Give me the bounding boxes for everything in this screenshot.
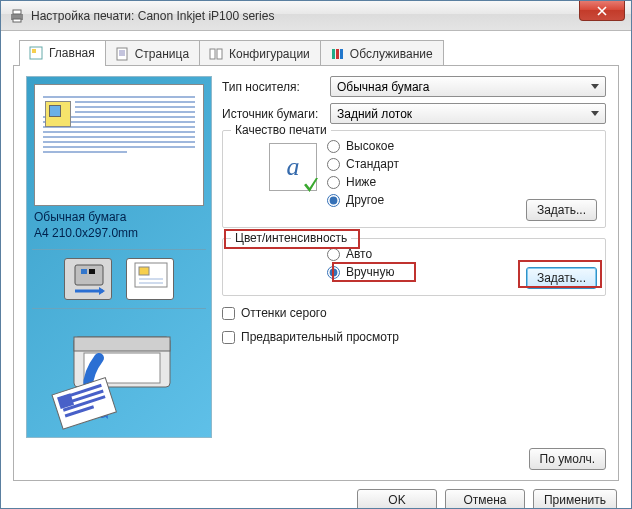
svg-rect-12 — [81, 269, 87, 274]
ok-button[interactable]: OK — [357, 489, 437, 509]
quality-radio-high[interactable]: Высокое — [327, 139, 597, 153]
preview-media-text: Обычная бумага — [34, 210, 204, 226]
tab-content-main: Обычная бумага A4 210.0x297.0mm — [13, 65, 619, 481]
preview-mode-icon-2 — [126, 258, 174, 300]
quality-set-button[interactable]: Задать... — [526, 199, 597, 221]
color-set-button[interactable]: Задать... — [526, 267, 597, 289]
svg-rect-15 — [139, 267, 149, 275]
quality-legend: Качество печати — [231, 123, 331, 137]
tab-main-label: Главная — [49, 46, 95, 60]
quality-radio-standard[interactable]: Стандарт — [327, 157, 597, 171]
svg-rect-6 — [210, 49, 215, 59]
tab-config[interactable]: Конфигурации — [199, 40, 321, 66]
svg-rect-2 — [13, 19, 21, 22]
cancel-button[interactable]: Отмена — [445, 489, 525, 509]
close-icon — [597, 6, 607, 16]
preview-checkbox[interactable]: Предварительный просмотр — [222, 330, 606, 344]
svg-rect-7 — [217, 49, 222, 59]
controls-column: Тип носителя: Обычная бумага Источник бу… — [222, 76, 606, 438]
defaults-button[interactable]: По умолч. — [529, 448, 606, 470]
paper-source-select[interactable]: Задний лоток — [330, 103, 606, 124]
preview-caption: Обычная бумага A4 210.0x297.0mm — [34, 210, 204, 241]
svg-rect-1 — [13, 10, 21, 14]
grayscale-checkbox[interactable]: Оттенки серого — [222, 306, 606, 320]
preview-column: Обычная бумага A4 210.0x297.0mm — [26, 76, 212, 438]
chevron-down-icon — [591, 84, 599, 89]
chevron-down-icon — [591, 111, 599, 116]
tab-maint-icon — [329, 46, 345, 62]
quality-radio-low[interactable]: Ниже — [327, 175, 597, 189]
tab-page[interactable]: Страница — [105, 40, 200, 66]
window-title: Настройка печати: Canon Inkjet iP100 ser… — [31, 9, 631, 23]
color-group: Цвет/интенсивность Авто Вручную Задать..… — [222, 238, 606, 296]
svg-rect-13 — [89, 269, 95, 274]
preview-paper — [34, 84, 204, 206]
tab-page-label: Страница — [135, 47, 189, 61]
tab-main-icon — [28, 45, 44, 61]
svg-rect-11 — [75, 265, 103, 285]
printer-app-icon — [9, 8, 25, 24]
quality-preview-icon: a — [269, 143, 317, 191]
svg-rect-5 — [117, 48, 127, 60]
preview-size-text: A4 210.0x297.0mm — [34, 226, 204, 242]
preview-image-icon — [45, 101, 71, 127]
window-titlebar: Настройка печати: Canon Inkjet iP100 ser… — [1, 1, 631, 31]
tab-config-label: Конфигурации — [229, 47, 310, 61]
window-close-button[interactable] — [579, 1, 625, 21]
paper-source-value: Задний лоток — [337, 107, 412, 121]
apply-button[interactable]: Применить — [533, 489, 617, 509]
svg-rect-9 — [336, 49, 339, 59]
media-type-value: Обычная бумага — [337, 80, 429, 94]
preview-printer-illustration — [34, 319, 204, 437]
paper-source-label: Источник бумаги: — [222, 107, 330, 121]
color-radio-auto[interactable]: Авто — [327, 247, 597, 261]
tab-page-icon — [114, 46, 130, 62]
svg-rect-17 — [74, 337, 170, 351]
preview-mode-icon-1 — [64, 258, 112, 300]
media-type-select[interactable]: Обычная бумага — [330, 76, 606, 97]
quality-group: Качество печати a Высокое Стандарт Ниже … — [222, 130, 606, 228]
svg-rect-8 — [332, 49, 335, 59]
svg-rect-4 — [32, 49, 36, 53]
dialog-buttons: OK Отмена Применить — [1, 481, 631, 509]
preview-frame: Обычная бумага A4 210.0x297.0mm — [26, 76, 212, 438]
svg-rect-10 — [340, 49, 343, 59]
tab-main[interactable]: Главная — [19, 40, 106, 66]
tab-maint[interactable]: Обслуживание — [320, 40, 444, 66]
media-type-label: Тип носителя: — [222, 80, 330, 94]
tab-row: Главная Страница Конфигурации Обслуживан… — [1, 31, 631, 65]
color-legend: Цвет/интенсивность — [231, 231, 351, 245]
tab-maint-label: Обслуживание — [350, 47, 433, 61]
tab-config-icon — [208, 46, 224, 62]
